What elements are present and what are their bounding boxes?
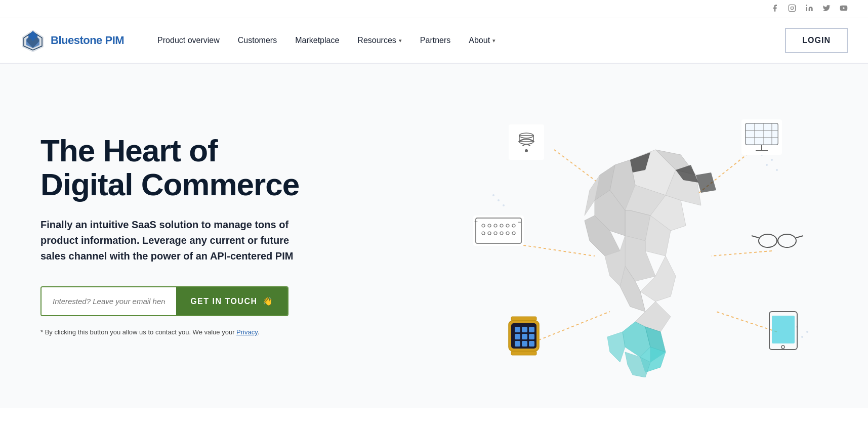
svg-rect-94 <box>515 334 520 339</box>
svg-text:+: + <box>474 219 478 226</box>
svg-rect-88 <box>511 351 536 355</box>
svg-point-21 <box>806 331 808 333</box>
disclaimer-text: * By clicking this button you allow us t… <box>40 327 344 337</box>
svg-rect-87 <box>511 317 536 321</box>
twitter-link[interactable] <box>822 4 831 14</box>
svg-point-24 <box>498 199 500 201</box>
navbar: Bluestone PIM Product overview Customers… <box>0 18 868 64</box>
svg-line-86 <box>796 236 803 238</box>
svg-point-102 <box>781 345 784 349</box>
svg-rect-97 <box>515 341 520 347</box>
logo-text: Bluestone PIM <box>51 34 124 47</box>
smartwatch-icon-group <box>509 317 539 355</box>
svg-rect-66 <box>473 215 524 246</box>
about-chevron-icon: ▾ <box>492 37 495 44</box>
svg-line-85 <box>752 236 759 238</box>
nav-links: Product overview Customers Marketplace R… <box>149 31 785 50</box>
nav-resources[interactable]: Resources▾ <box>349 31 409 50</box>
svg-marker-46 <box>607 332 625 362</box>
database-icon-group <box>509 124 544 160</box>
svg-point-22 <box>801 336 803 338</box>
cta-form: GET IN TOUCH 👋 <box>40 286 288 316</box>
nav-product-overview[interactable]: Product overview <box>149 31 228 50</box>
svg-rect-58 <box>746 123 778 145</box>
svg-point-2 <box>794 6 794 7</box>
svg-point-18 <box>766 164 768 166</box>
resources-chevron-icon: ▾ <box>399 37 402 44</box>
hero-subtitle: Finally an intuitive SaaS solution to ma… <box>40 217 314 264</box>
svg-point-1 <box>791 7 793 9</box>
nav-partners[interactable]: Partners <box>412 31 459 50</box>
email-input[interactable] <box>42 287 176 315</box>
privacy-link[interactable]: Privacy <box>236 328 258 336</box>
nav-about[interactable]: About▾ <box>461 31 504 50</box>
svg-rect-92 <box>522 327 527 332</box>
nav-marketplace[interactable]: Marketplace <box>287 31 347 50</box>
svg-rect-101 <box>772 316 795 343</box>
glasses-icon-group <box>752 234 803 247</box>
svg-point-82 <box>759 234 777 247</box>
svg-line-13 <box>711 251 772 256</box>
hero-title: The Heart of Digital Commerce <box>40 134 344 202</box>
heart-graphic: + − <box>443 94 828 377</box>
svg-rect-96 <box>529 334 534 339</box>
monitor-icon-group <box>741 119 782 155</box>
tablet-icon-group <box>769 312 797 350</box>
svg-rect-91 <box>515 327 520 332</box>
svg-rect-0 <box>789 5 795 11</box>
nav-customers[interactable]: Customers <box>230 31 285 50</box>
svg-line-14 <box>534 312 610 342</box>
svg-rect-51 <box>509 124 544 160</box>
svg-point-17 <box>771 159 773 161</box>
svg-marker-50 <box>696 172 716 193</box>
social-bar <box>0 0 868 18</box>
svg-point-83 <box>778 234 796 247</box>
get-in-touch-button[interactable]: GET IN TOUCH 👋 <box>176 287 287 315</box>
keyboard-icon-group: + − <box>473 215 524 246</box>
svg-text:−: − <box>518 219 521 226</box>
facebook-link[interactable] <box>771 4 779 14</box>
hero-content: The Heart of Digital Commerce Finally an… <box>40 134 344 337</box>
svg-rect-93 <box>529 327 534 332</box>
svg-point-23 <box>492 194 494 196</box>
svg-rect-98 <box>522 341 527 347</box>
svg-rect-99 <box>529 341 534 347</box>
linkedin-link[interactable] <box>805 4 813 14</box>
hero-section: The Heart of Digital Commerce Finally an… <box>0 64 868 408</box>
wave-emoji-icon: 👋 <box>263 296 274 306</box>
svg-rect-95 <box>522 334 527 339</box>
cta-label: GET IN TOUCH <box>190 297 257 306</box>
login-button[interactable]: LOGIN <box>785 28 848 53</box>
logo[interactable]: Bluestone PIM <box>20 28 124 53</box>
svg-point-19 <box>776 169 778 171</box>
instagram-link[interactable] <box>788 4 796 14</box>
hero-illustration: + − <box>344 94 828 377</box>
logo-icon <box>20 28 46 53</box>
svg-point-25 <box>503 204 505 206</box>
youtube-link[interactable] <box>840 4 848 14</box>
svg-line-15 <box>716 312 777 332</box>
svg-point-55 <box>525 149 528 152</box>
svg-point-3 <box>806 5 807 6</box>
